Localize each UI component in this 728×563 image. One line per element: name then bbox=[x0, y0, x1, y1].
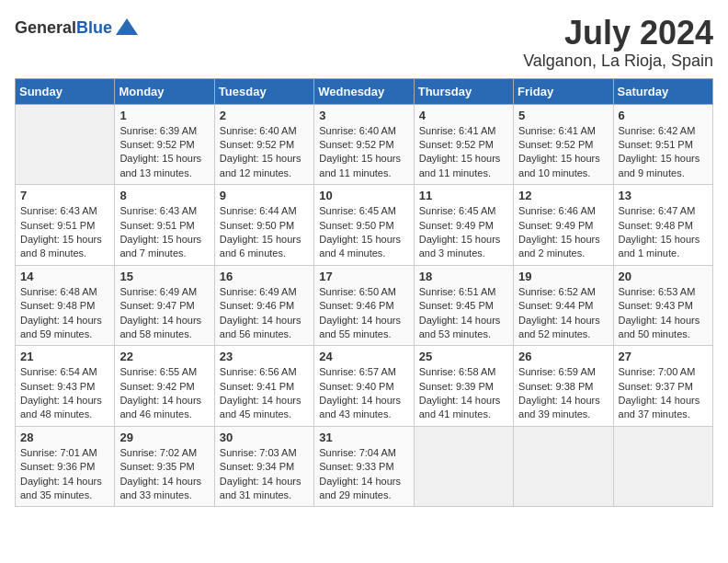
day-number: 18 bbox=[419, 270, 508, 283]
day-number: 8 bbox=[119, 189, 209, 202]
day-number: 24 bbox=[319, 350, 408, 363]
day-info: Sunrise: 6:53 AM Sunset: 9:43 PM Dayligh… bbox=[619, 285, 708, 342]
calendar-day-cell: 18Sunrise: 6:51 AM Sunset: 9:45 PM Dayli… bbox=[414, 265, 513, 346]
day-number: 17 bbox=[319, 270, 408, 283]
day-number: 25 bbox=[419, 350, 508, 363]
day-number: 2 bbox=[220, 109, 309, 122]
calendar-day-cell: 16Sunrise: 6:49 AM Sunset: 9:46 PM Dayli… bbox=[214, 265, 313, 346]
calendar-header: GeneralBlue July 2024 Valganon, La Rioja… bbox=[15, 15, 713, 71]
calendar-day-cell: 15Sunrise: 6:49 AM Sunset: 9:47 PM Dayli… bbox=[115, 265, 214, 346]
weekday-header: Saturday bbox=[613, 78, 712, 104]
calendar-day-cell: 29Sunrise: 7:02 AM Sunset: 9:35 PM Dayli… bbox=[115, 426, 214, 507]
location-title: Valganon, La Rioja, Spain bbox=[523, 52, 713, 71]
day-info: Sunrise: 6:42 AM Sunset: 9:51 PM Dayligh… bbox=[619, 124, 708, 181]
day-number: 19 bbox=[518, 270, 608, 283]
logo-general: General bbox=[15, 18, 76, 37]
calendar-day-cell: 4Sunrise: 6:41 AM Sunset: 9:52 PM Daylig… bbox=[414, 104, 513, 185]
weekday-header: Thursday bbox=[414, 78, 513, 104]
calendar-day-cell: 6Sunrise: 6:42 AM Sunset: 9:51 PM Daylig… bbox=[613, 104, 712, 185]
weekday-header: Wednesday bbox=[314, 78, 414, 104]
day-number: 4 bbox=[419, 109, 508, 122]
calendar-day-cell bbox=[414, 426, 513, 507]
calendar-day-cell: 8Sunrise: 6:43 AM Sunset: 9:51 PM Daylig… bbox=[115, 185, 214, 266]
day-info: Sunrise: 7:00 AM Sunset: 9:37 PM Dayligh… bbox=[619, 365, 708, 422]
day-info: Sunrise: 6:45 AM Sunset: 9:49 PM Dayligh… bbox=[419, 204, 508, 261]
calendar-day-cell bbox=[613, 426, 712, 507]
calendar-day-cell: 17Sunrise: 6:50 AM Sunset: 9:46 PM Dayli… bbox=[314, 265, 414, 346]
day-info: Sunrise: 6:55 AM Sunset: 9:42 PM Dayligh… bbox=[119, 365, 209, 422]
calendar-day-cell: 27Sunrise: 7:00 AM Sunset: 9:37 PM Dayli… bbox=[613, 346, 712, 427]
day-info: Sunrise: 6:49 AM Sunset: 9:47 PM Dayligh… bbox=[119, 285, 209, 342]
day-number: 11 bbox=[419, 189, 508, 202]
calendar-day-cell: 22Sunrise: 6:55 AM Sunset: 9:42 PM Dayli… bbox=[115, 346, 214, 427]
day-number: 23 bbox=[220, 350, 309, 363]
weekday-row: SundayMondayTuesdayWednesdayThursdayFrid… bbox=[16, 78, 713, 104]
logo-blue: Blue bbox=[76, 18, 112, 37]
calendar-day-cell: 31Sunrise: 7:04 AM Sunset: 9:33 PM Dayli… bbox=[314, 426, 414, 507]
day-number: 29 bbox=[119, 431, 209, 444]
day-info: Sunrise: 6:44 AM Sunset: 9:50 PM Dayligh… bbox=[220, 204, 309, 261]
calendar-week-row: 7Sunrise: 6:43 AM Sunset: 9:51 PM Daylig… bbox=[16, 185, 713, 266]
calendar-day-cell: 30Sunrise: 7:03 AM Sunset: 9:34 PM Dayli… bbox=[214, 426, 313, 507]
day-number: 30 bbox=[220, 431, 309, 444]
weekday-header: Tuesday bbox=[214, 78, 313, 104]
day-number: 5 bbox=[518, 109, 608, 122]
title-area: July 2024 Valganon, La Rioja, Spain bbox=[523, 15, 713, 71]
day-info: Sunrise: 6:46 AM Sunset: 9:49 PM Dayligh… bbox=[518, 204, 608, 261]
svg-marker-0 bbox=[116, 18, 138, 35]
day-info: Sunrise: 6:59 AM Sunset: 9:38 PM Dayligh… bbox=[518, 365, 608, 422]
day-info: Sunrise: 6:43 AM Sunset: 9:51 PM Dayligh… bbox=[20, 204, 109, 261]
calendar-day-cell bbox=[16, 104, 115, 185]
calendar-day-cell: 1Sunrise: 6:39 AM Sunset: 9:52 PM Daylig… bbox=[115, 104, 214, 185]
calendar-day-cell: 11Sunrise: 6:45 AM Sunset: 9:49 PM Dayli… bbox=[414, 185, 513, 266]
day-info: Sunrise: 6:47 AM Sunset: 9:48 PM Dayligh… bbox=[619, 204, 708, 261]
logo-icon bbox=[114, 15, 140, 40]
day-number: 14 bbox=[20, 270, 109, 283]
calendar-week-row: 1Sunrise: 6:39 AM Sunset: 9:52 PM Daylig… bbox=[16, 104, 713, 185]
day-number: 21 bbox=[20, 350, 109, 363]
weekday-header: Sunday bbox=[16, 78, 115, 104]
day-number: 1 bbox=[119, 109, 209, 122]
day-number: 15 bbox=[119, 270, 209, 283]
day-number: 3 bbox=[319, 109, 408, 122]
day-info: Sunrise: 6:41 AM Sunset: 9:52 PM Dayligh… bbox=[419, 124, 508, 181]
day-info: Sunrise: 6:56 AM Sunset: 9:41 PM Dayligh… bbox=[220, 365, 309, 422]
month-title: July 2024 bbox=[523, 15, 713, 52]
day-number: 26 bbox=[518, 350, 608, 363]
day-info: Sunrise: 6:40 AM Sunset: 9:52 PM Dayligh… bbox=[220, 124, 309, 181]
day-info: Sunrise: 7:01 AM Sunset: 9:36 PM Dayligh… bbox=[20, 446, 109, 503]
logo-text: GeneralBlue bbox=[15, 18, 112, 38]
calendar-day-cell: 13Sunrise: 6:47 AM Sunset: 9:48 PM Dayli… bbox=[613, 185, 712, 266]
day-number: 10 bbox=[319, 189, 408, 202]
calendar-day-cell: 19Sunrise: 6:52 AM Sunset: 9:44 PM Dayli… bbox=[514, 265, 613, 346]
day-number: 27 bbox=[619, 350, 708, 363]
calendar-day-cell: 20Sunrise: 6:53 AM Sunset: 9:43 PM Dayli… bbox=[613, 265, 712, 346]
calendar-week-row: 28Sunrise: 7:01 AM Sunset: 9:36 PM Dayli… bbox=[16, 426, 713, 507]
calendar-day-cell: 9Sunrise: 6:44 AM Sunset: 9:50 PM Daylig… bbox=[214, 185, 313, 266]
day-info: Sunrise: 7:02 AM Sunset: 9:35 PM Dayligh… bbox=[119, 446, 209, 503]
calendar-day-cell: 10Sunrise: 6:45 AM Sunset: 9:50 PM Dayli… bbox=[314, 185, 414, 266]
calendar-day-cell: 28Sunrise: 7:01 AM Sunset: 9:36 PM Dayli… bbox=[16, 426, 115, 507]
calendar-table: SundayMondayTuesdayWednesdayThursdayFrid… bbox=[15, 78, 713, 508]
day-number: 16 bbox=[220, 270, 309, 283]
calendar-day-cell: 5Sunrise: 6:41 AM Sunset: 9:52 PM Daylig… bbox=[514, 104, 613, 185]
calendar-header-row: SundayMondayTuesdayWednesdayThursdayFrid… bbox=[16, 78, 713, 104]
weekday-header: Monday bbox=[115, 78, 214, 104]
calendar-week-row: 14Sunrise: 6:48 AM Sunset: 9:48 PM Dayli… bbox=[16, 265, 713, 346]
calendar-day-cell: 7Sunrise: 6:43 AM Sunset: 9:51 PM Daylig… bbox=[16, 185, 115, 266]
day-number: 6 bbox=[619, 109, 708, 122]
day-number: 22 bbox=[119, 350, 209, 363]
day-info: Sunrise: 6:50 AM Sunset: 9:46 PM Dayligh… bbox=[319, 285, 408, 342]
day-info: Sunrise: 6:54 AM Sunset: 9:43 PM Dayligh… bbox=[20, 365, 109, 422]
calendar-week-row: 21Sunrise: 6:54 AM Sunset: 9:43 PM Dayli… bbox=[16, 346, 713, 427]
day-info: Sunrise: 6:52 AM Sunset: 9:44 PM Dayligh… bbox=[518, 285, 608, 342]
weekday-header: Friday bbox=[514, 78, 613, 104]
calendar-body: 1Sunrise: 6:39 AM Sunset: 9:52 PM Daylig… bbox=[16, 104, 713, 507]
day-number: 7 bbox=[20, 189, 109, 202]
day-info: Sunrise: 6:48 AM Sunset: 9:48 PM Dayligh… bbox=[20, 285, 109, 342]
day-info: Sunrise: 6:41 AM Sunset: 9:52 PM Dayligh… bbox=[518, 124, 608, 181]
calendar-day-cell: 12Sunrise: 6:46 AM Sunset: 9:49 PM Dayli… bbox=[514, 185, 613, 266]
day-info: Sunrise: 6:57 AM Sunset: 9:40 PM Dayligh… bbox=[319, 365, 408, 422]
day-info: Sunrise: 6:58 AM Sunset: 9:39 PM Dayligh… bbox=[419, 365, 508, 422]
logo: GeneralBlue bbox=[15, 15, 140, 40]
